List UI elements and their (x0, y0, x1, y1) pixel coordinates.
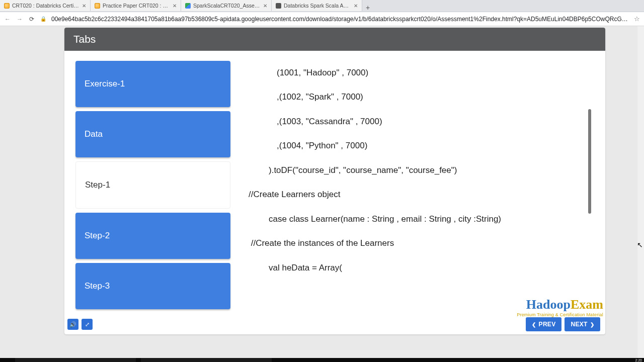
url-text[interactable]: 00e9e64bac5b2c6c22332494a3841705a81b6aa9… (51, 16, 629, 23)
tab-title: CRT020 : Databricks Certified As (12, 3, 79, 9)
browser-tab-strip: CRT020 : Databricks Certified As✕Practic… (0, 0, 644, 12)
favicon (185, 3, 191, 9)
address-bar: ← → ⟳ 🔒 00e9e64bac5b2c6c22332494a3841705… (0, 12, 644, 26)
close-icon[interactable]: ✕ (354, 3, 358, 9)
close-icon[interactable]: ✕ (263, 3, 267, 9)
bookmark-star-icon[interactable]: ☆ (634, 15, 640, 23)
reload-icon[interactable]: ⟳ (28, 16, 35, 23)
tab-title: Databricks Spark Scala Assessme (284, 3, 351, 9)
favicon (276, 3, 281, 9)
new-tab-button[interactable]: + (362, 4, 373, 12)
favicon (4, 3, 10, 9)
browser-tab[interactable]: Databricks Spark Scala Assessme✕ (272, 0, 362, 11)
browser-tab[interactable]: SparkScalaCRT020_Assessment_1✕ (181, 0, 272, 11)
favicon (95, 3, 100, 9)
browser-tab[interactable]: Practice Paper CRT020 : Databri✕ (91, 0, 181, 11)
lock-icon: 🔒 (40, 16, 46, 22)
back-icon[interactable]: ← (4, 16, 11, 23)
close-icon[interactable]: ✕ (82, 3, 86, 9)
close-icon[interactable]: ✕ (173, 3, 177, 9)
browser-tab[interactable]: CRT020 : Databricks Certified As✕ (0, 0, 91, 11)
tab-title: Practice Paper CRT020 : Databri (103, 3, 170, 9)
tab-title: SparkScalaCRT020_Assessment_1 (193, 3, 261, 9)
forward-icon: → (16, 16, 23, 23)
